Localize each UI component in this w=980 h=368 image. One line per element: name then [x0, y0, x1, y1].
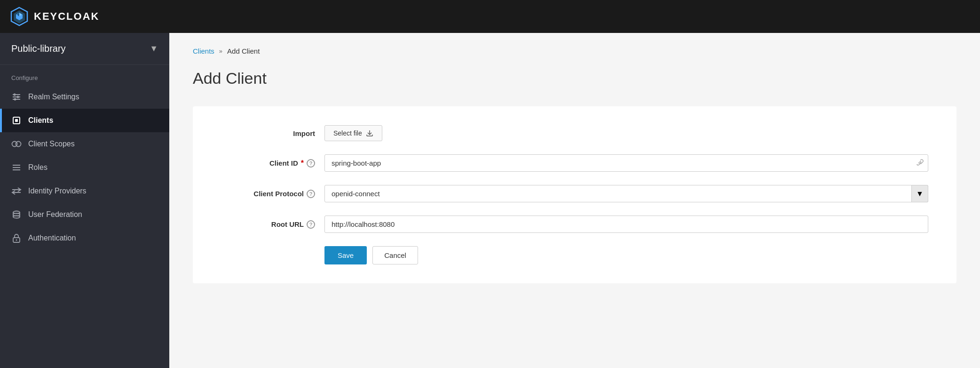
sidebar: Public-library ▼ Configure Realm Setting… — [0, 33, 169, 368]
select-file-label: Select file — [333, 129, 362, 137]
form-actions: Save Cancel — [221, 246, 928, 264]
link-icon[interactable] — [915, 158, 924, 168]
arrows-icon — [11, 186, 22, 196]
sliders-icon — [11, 92, 22, 102]
cancel-button[interactable]: Cancel — [372, 246, 418, 264]
realm-name: Public-library — [11, 43, 66, 54]
sidebar-item-label: User Federation — [28, 210, 82, 219]
client-protocol-label: Client Protocol ? — [221, 190, 315, 198]
save-button[interactable]: Save — [324, 246, 367, 264]
configure-section-label: Configure — [0, 65, 169, 85]
svg-point-6 — [14, 94, 16, 96]
main-layout: Public-library ▼ Configure Realm Setting… — [0, 33, 980, 368]
lock-icon — [11, 233, 22, 243]
required-indicator: * — [301, 159, 304, 168]
sidebar-item-clients[interactable]: Clients — [0, 109, 169, 132]
logo-text: KEYCLOAK — [34, 10, 99, 23]
sidebar-item-identity-providers[interactable]: Identity Providers — [0, 179, 169, 203]
import-control: Select file — [324, 125, 928, 141]
root-url-row: Root URL ? — [221, 216, 928, 233]
client-id-input-wrapper — [324, 154, 928, 172]
client-id-input[interactable] — [324, 154, 928, 172]
breadcrumb-current: Add Client — [227, 47, 260, 55]
client-protocol-row: Client Protocol ? openid-connect saml ▼ — [221, 185, 928, 202]
import-row: Import Select file — [221, 125, 928, 141]
breadcrumb-separator: » — [219, 48, 222, 55]
svg-point-14 — [16, 142, 21, 147]
sidebar-item-realm-settings[interactable]: Realm Settings — [0, 85, 169, 109]
breadcrumb-clients-link[interactable]: Clients — [193, 47, 214, 55]
sidebar-item-label: Clients — [28, 116, 53, 125]
breadcrumb: Clients » Add Client — [193, 47, 956, 55]
sidebar-item-label: Client Scopes — [28, 140, 75, 148]
chevron-down-icon: ▼ — [150, 44, 158, 54]
sidebar-item-label: Realm Settings — [28, 93, 79, 101]
sidebar-item-label: Roles — [28, 163, 47, 172]
cylinder-icon — [11, 209, 22, 220]
circles-icon — [11, 139, 22, 149]
svg-point-24 — [13, 214, 20, 216]
client-protocol-control: openid-connect saml ▼ — [324, 185, 928, 202]
svg-rect-12 — [15, 119, 18, 122]
client-id-row: Client ID * ? — [221, 154, 928, 172]
page-title: Add Client — [193, 69, 956, 88]
sidebar-item-authentication[interactable]: Authentication — [0, 226, 169, 250]
root-url-control — [324, 216, 928, 233]
sidebar-item-user-federation[interactable]: User Federation — [0, 203, 169, 226]
list-icon — [11, 162, 22, 173]
client-id-label: Client ID * ? — [221, 159, 315, 168]
logo: KEYCLOAK — [9, 7, 99, 26]
upload-icon — [366, 129, 373, 137]
client-id-control — [324, 154, 928, 172]
root-url-help-icon[interactable]: ? — [307, 220, 315, 229]
sidebar-item-label: Authentication — [28, 234, 76, 242]
svg-point-8 — [17, 96, 19, 98]
cube-icon — [11, 115, 22, 126]
svg-point-10 — [14, 98, 16, 101]
sidebar-item-client-scopes[interactable]: Client Scopes — [0, 132, 169, 156]
svg-point-26 — [16, 240, 17, 241]
realm-selector[interactable]: Public-library ▼ — [0, 33, 169, 65]
keycloak-logo-icon — [9, 7, 29, 26]
client-protocol-help-icon[interactable]: ? — [307, 190, 315, 198]
sidebar-item-label: Identity Providers — [28, 187, 87, 195]
root-url-label: Root URL ? — [221, 220, 315, 229]
root-url-input[interactable] — [324, 216, 928, 233]
select-file-button[interactable]: Select file — [324, 125, 382, 141]
header: KEYCLOAK — [0, 0, 980, 33]
client-id-help-icon[interactable]: ? — [307, 159, 315, 168]
content-area: Clients » Add Client Add Client Import S… — [169, 33, 980, 368]
import-label: Import — [221, 129, 315, 137]
add-client-form: Import Select file Client I — [193, 106, 956, 283]
client-protocol-select[interactable]: openid-connect saml — [324, 185, 928, 202]
client-protocol-select-wrapper: openid-connect saml ▼ — [324, 185, 928, 202]
sidebar-item-roles[interactable]: Roles — [0, 156, 169, 179]
